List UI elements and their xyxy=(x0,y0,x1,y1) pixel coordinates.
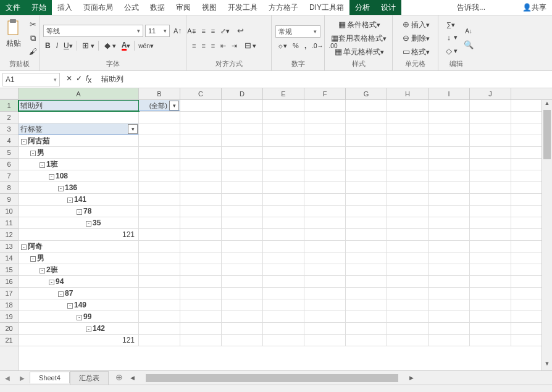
filter-dropdown[interactable]: ▾ xyxy=(169,101,179,111)
cell[interactable] xyxy=(304,182,346,193)
cell[interactable] xyxy=(429,335,470,346)
cell[interactable] xyxy=(222,194,263,205)
cell[interactable] xyxy=(222,147,263,158)
copy-button[interactable]: ⧉ xyxy=(26,32,40,44)
sort-filter-button[interactable]: A↓ xyxy=(462,25,475,38)
collapse-icon[interactable]: - xyxy=(49,280,54,285)
cell[interactable] xyxy=(263,182,304,193)
cell[interactable] xyxy=(346,100,387,111)
cell[interactable] xyxy=(222,264,263,275)
cell[interactable]: 辅助列 xyxy=(19,100,139,111)
col-header-I[interactable]: I xyxy=(429,88,470,99)
cell[interactable]: -阿古茹 xyxy=(19,135,139,146)
cell[interactable] xyxy=(387,159,429,170)
cell[interactable] xyxy=(470,194,511,205)
cell[interactable] xyxy=(222,229,263,240)
cell[interactable] xyxy=(222,311,263,322)
cell[interactable] xyxy=(304,241,346,252)
cell[interactable] xyxy=(304,335,346,346)
cell[interactable] xyxy=(387,182,429,193)
row-header[interactable]: 17 xyxy=(0,288,18,299)
cell[interactable] xyxy=(470,217,511,228)
tab-fangfang[interactable]: 方方格子 xyxy=(263,0,304,15)
chevron-down-icon[interactable]: ▾ xyxy=(134,28,143,34)
currency-button[interactable]: ☼▾ xyxy=(275,41,289,51)
orientation-button[interactable]: ⤢▾ xyxy=(219,26,232,36)
cell[interactable] xyxy=(346,288,387,299)
cell[interactable] xyxy=(429,170,470,181)
cell[interactable] xyxy=(304,229,346,240)
row-header[interactable]: 16 xyxy=(0,276,18,288)
cell[interactable]: (全部)▾ xyxy=(139,100,180,111)
cell[interactable] xyxy=(263,311,304,322)
row-header[interactable]: 6 xyxy=(0,159,18,170)
cell[interactable] xyxy=(429,182,470,193)
cell[interactable] xyxy=(470,299,511,311)
cell[interactable] xyxy=(180,288,222,299)
cell[interactable] xyxy=(180,335,222,346)
cell[interactable] xyxy=(139,159,180,170)
cell[interactable] xyxy=(387,299,429,311)
cell[interactable] xyxy=(180,147,222,158)
name-box[interactable]: ▾ xyxy=(2,73,60,86)
cell[interactable] xyxy=(304,135,346,146)
collapse-icon[interactable]: - xyxy=(21,244,27,250)
cell[interactable]: 121 xyxy=(19,335,139,346)
collapse-icon[interactable]: - xyxy=(58,291,64,297)
font-color-button[interactable]: A▾ xyxy=(120,40,133,52)
cell[interactable]: -35 xyxy=(19,217,139,228)
cell[interactable] xyxy=(263,252,304,264)
merge-button[interactable]: ⊟▾ xyxy=(241,40,258,52)
row-header[interactable]: 1 xyxy=(0,100,18,112)
align-top-button[interactable]: ≡ xyxy=(190,26,198,36)
cell[interactable] xyxy=(387,147,429,158)
cell[interactable] xyxy=(222,170,263,181)
comma-button[interactable]: , xyxy=(303,40,308,51)
cell[interactable] xyxy=(429,276,470,287)
autosum-button[interactable]: ∑▾ xyxy=(442,20,459,30)
cell[interactable]: -149 xyxy=(19,299,139,311)
cell[interactable] xyxy=(346,335,387,346)
chevron-down-icon[interactable]: ▾ xyxy=(161,28,169,34)
cell[interactable] xyxy=(470,159,511,170)
fill-button[interactable]: ↓▾ xyxy=(442,31,459,44)
cell[interactable] xyxy=(429,288,470,299)
cell[interactable] xyxy=(263,206,304,217)
cell[interactable] xyxy=(263,100,304,111)
cell[interactable] xyxy=(346,123,387,135)
cell[interactable]: -108 xyxy=(19,170,139,181)
cond-format-button[interactable]: ▦ 条件格式 ▾ xyxy=(328,19,388,31)
cell[interactable] xyxy=(470,123,511,135)
cell[interactable] xyxy=(139,299,180,311)
cell[interactable] xyxy=(222,159,263,170)
cell[interactable] xyxy=(263,229,304,240)
row-header[interactable]: 5 xyxy=(0,147,18,159)
delete-cells-button[interactable]: ⊖ 删除 ▾ xyxy=(396,32,434,45)
cell[interactable] xyxy=(180,299,222,311)
align-left-button[interactable]: ≡ xyxy=(190,41,198,51)
cell[interactable] xyxy=(180,311,222,322)
cell[interactable] xyxy=(180,123,222,135)
font-size-combo[interactable]: ▾ xyxy=(145,25,170,37)
cell[interactable] xyxy=(429,241,470,252)
underline-button[interactable]: U ▾ xyxy=(62,40,75,51)
cell[interactable] xyxy=(387,135,429,146)
cell[interactable] xyxy=(263,323,304,334)
cell[interactable] xyxy=(387,100,429,111)
tab-dev[interactable]: 开发工具 xyxy=(222,0,263,15)
cell[interactable] xyxy=(180,112,222,123)
cell[interactable] xyxy=(180,170,222,181)
formula-input[interactable] xyxy=(98,73,552,86)
cell[interactable] xyxy=(263,194,304,205)
cell[interactable] xyxy=(139,217,180,228)
cell[interactable] xyxy=(429,100,470,111)
cell[interactable] xyxy=(346,276,387,287)
cell[interactable] xyxy=(304,100,346,111)
new-sheet-button[interactable]: ⊕ xyxy=(112,372,126,383)
scroll-thumb[interactable] xyxy=(543,110,551,159)
cell[interactable] xyxy=(304,252,346,264)
cell[interactable] xyxy=(304,264,346,275)
cell[interactable] xyxy=(180,159,222,170)
cell[interactable] xyxy=(304,194,346,205)
cell[interactable] xyxy=(304,170,346,181)
